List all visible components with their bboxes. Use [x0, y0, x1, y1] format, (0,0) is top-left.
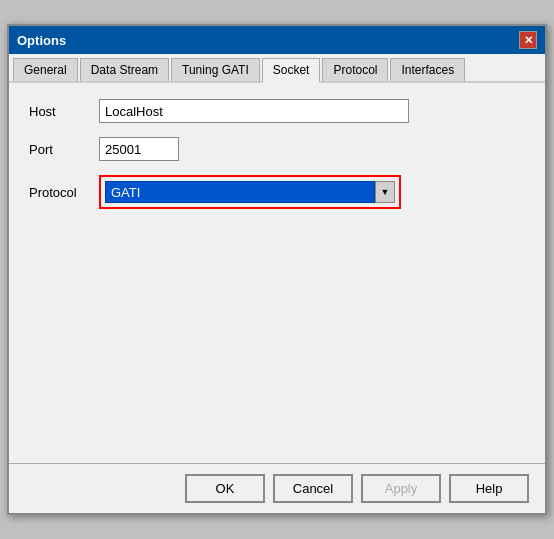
dialog-footer: OK Cancel Apply Help — [9, 463, 545, 513]
title-bar: Options ✕ — [9, 26, 545, 54]
tab-socket[interactable]: Socket — [262, 58, 321, 83]
protocol-row: Protocol GATI ▼ — [29, 175, 525, 209]
port-row: Port — [29, 137, 525, 161]
protocol-label: Protocol — [29, 185, 99, 200]
tab-tuning-gati[interactable]: Tuning GATI — [171, 58, 260, 81]
tab-general[interactable]: General — [13, 58, 78, 81]
help-button[interactable]: Help — [449, 474, 529, 503]
port-label: Port — [29, 142, 99, 157]
tab-content: Host Port Protocol GATI ▼ — [9, 83, 545, 463]
protocol-container: GATI ▼ — [99, 175, 401, 209]
host-row: Host — [29, 99, 525, 123]
tab-interfaces[interactable]: Interfaces — [390, 58, 465, 81]
host-label: Host — [29, 104, 99, 119]
protocol-select-wrapper: GATI ▼ — [105, 181, 395, 203]
host-input[interactable] — [99, 99, 409, 123]
cancel-button[interactable]: Cancel — [273, 474, 353, 503]
tab-data-stream[interactable]: Data Stream — [80, 58, 169, 81]
protocol-dropdown-button[interactable]: ▼ — [375, 181, 395, 203]
ok-button[interactable]: OK — [185, 474, 265, 503]
dialog-title: Options — [17, 33, 66, 48]
close-button[interactable]: ✕ — [519, 31, 537, 49]
apply-button[interactable]: Apply — [361, 474, 441, 503]
options-dialog: Options ✕ General Data Stream Tuning GAT… — [7, 24, 547, 515]
protocol-selected-value[interactable]: GATI — [105, 181, 375, 203]
tab-bar: General Data Stream Tuning GATI Socket P… — [9, 54, 545, 83]
port-input[interactable] — [99, 137, 179, 161]
tab-protocol[interactable]: Protocol — [322, 58, 388, 81]
